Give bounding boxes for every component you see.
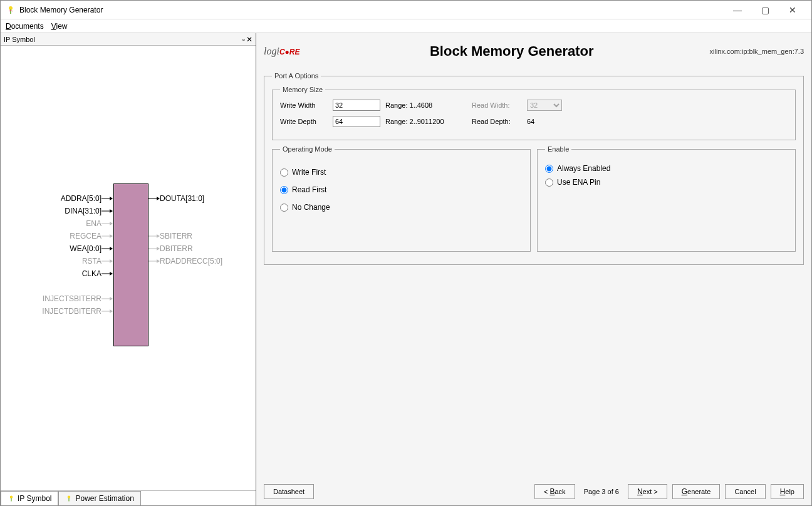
port-addra50: ADDRA[5:0] [61, 194, 113, 203]
svg-marker-9 [110, 234, 113, 238]
svg-marker-13 [110, 259, 113, 263]
write-depth-input[interactable] [333, 116, 380, 127]
window-title: Block Memory Generator [19, 6, 724, 14]
svg-marker-17 [110, 297, 113, 301]
port-injectdbiterr: INJECTDBITERR [42, 307, 113, 316]
logicore-logo: logiC●RE [264, 46, 314, 57]
port-sbiterr: SBITERR [148, 232, 192, 240]
title-bar: Block Memory Generator — ▢ ✕ [1, 1, 811, 19]
close-button[interactable]: ✕ [779, 1, 806, 19]
config-title: Block Memory Generator [314, 43, 710, 59]
group-port-a-legend: Port A Options [272, 72, 321, 80]
radio-always-enabled[interactable]: Always Enabled [545, 164, 788, 173]
group-operating-mode-legend: Operating Mode [280, 145, 335, 153]
panel-float-icon[interactable]: ▫ [242, 35, 245, 44]
group-enable-legend: Enable [545, 145, 571, 153]
svg-marker-19 [110, 309, 113, 313]
bottom-tabs: IP Symbol Power Estimation [1, 490, 256, 505]
read-width-select: 32 [527, 100, 562, 111]
svg-rect-29 [11, 498, 12, 501]
menu-bar: Documents View [1, 19, 811, 33]
menu-documents[interactable]: Documents [6, 22, 44, 31]
radio-no-change[interactable]: No Change [280, 203, 523, 212]
minimize-button[interactable]: — [724, 1, 751, 19]
group-memory-size-legend: Memory Size [280, 86, 325, 93]
config-header: logiC●RE Block Memory Generator xilinx.c… [264, 36, 804, 67]
config-panel: logiC●RE Block Memory Generator xilinx.c… [256, 33, 811, 505]
ip-symbol-panel: IP Symbol ▫ ✕ ADDRA[5:0]DINA[31:0]ENAREG… [1, 33, 256, 505]
svg-marker-3 [110, 197, 113, 200]
group-operating-mode: Operating Mode Write First Read First No… [272, 145, 531, 252]
port-rsta: RSTA [82, 257, 113, 266]
port-douta310: DOUTA[31:0] [148, 194, 204, 203]
svg-marker-15 [110, 272, 113, 276]
svg-rect-31 [69, 498, 70, 501]
ip-symbol-canvas: ADDRA[5:0]DINA[31:0]ENAREGCEAWEA[0:0]RST… [1, 46, 256, 490]
ip-symbol-header: IP Symbol ▫ ✕ [1, 33, 256, 46]
read-depth-label: Read Depth: [472, 118, 522, 125]
write-depth-range: Range: 2..9011200 [385, 118, 467, 125]
group-enable: Enable Always Enabled Use ENA Pin [537, 145, 796, 252]
ip-block [113, 183, 148, 346]
radio-write-first[interactable]: Write First [280, 168, 523, 177]
radio-use-ena-pin[interactable]: Use ENA Pin [545, 178, 788, 187]
port-clka: CLKA [82, 269, 113, 278]
app-icon [6, 5, 16, 15]
write-depth-label: Write Depth [280, 118, 328, 125]
write-width-label: Write Width [280, 101, 328, 109]
write-width-range: Range: 1..4608 [385, 101, 467, 109]
read-width-label: Read Width: [472, 101, 522, 109]
cancel-button[interactable]: Cancel [725, 484, 765, 499]
radio-read-first[interactable]: Read First [280, 185, 523, 194]
port-dbiterr: DBITERR [148, 244, 193, 253]
tab-ip-symbol[interactable]: IP Symbol [1, 491, 58, 505]
wizard-footer: Datasheet < Back Page 3 of 6 Next > Gene… [264, 483, 804, 505]
read-depth-value: 64 [527, 118, 534, 125]
generate-button[interactable]: Generate [672, 484, 721, 499]
help-button[interactable]: Help [771, 484, 804, 499]
group-port-a: Port A Options Memory Size Write Width R… [264, 72, 804, 265]
back-button[interactable]: < Back [534, 484, 575, 499]
port-rdaddrecc50: RDADDRECC[5:0] [148, 257, 222, 266]
svg-marker-7 [110, 222, 113, 225]
svg-marker-5 [110, 209, 113, 213]
write-width-input[interactable] [333, 100, 380, 111]
port-regcea: REGCEA [70, 232, 113, 240]
port-ena: ENA [86, 219, 113, 228]
panel-close-icon[interactable]: ✕ [246, 35, 252, 44]
next-button[interactable]: Next > [628, 484, 667, 499]
ip-vlnv: xilinx.com:ip:blk_mem_gen:7.3 [710, 48, 804, 55]
datasheet-button[interactable]: Datasheet [264, 484, 314, 499]
ip-symbol-title: IP Symbol [4, 36, 242, 43]
svg-marker-11 [110, 247, 113, 250]
port-dina310: DINA[31:0] [65, 207, 113, 215]
port-injectsbiterr: INJECTSBITERR [43, 294, 113, 303]
menu-view[interactable]: View [51, 22, 68, 31]
maximize-button[interactable]: ▢ [751, 1, 779, 19]
page-label: Page 3 of 6 [580, 488, 623, 495]
port-wea00: WEA[0:0] [70, 244, 113, 253]
tab-power-estimation[interactable]: Power Estimation [58, 491, 140, 505]
group-memory-size: Memory Size Write Width Range: 1..4608 R… [272, 86, 796, 140]
